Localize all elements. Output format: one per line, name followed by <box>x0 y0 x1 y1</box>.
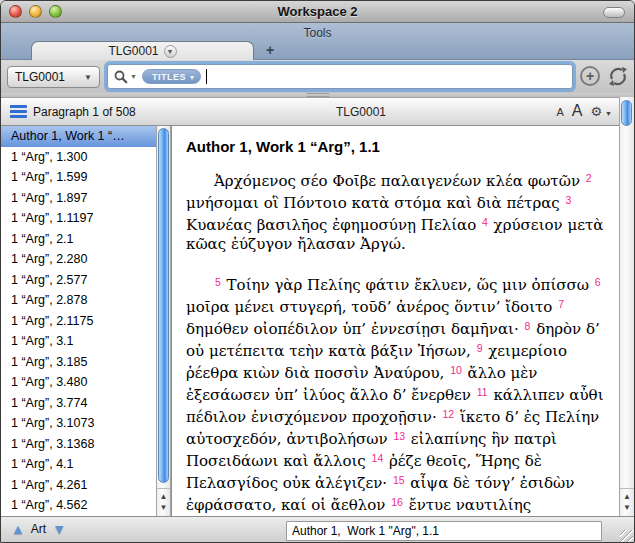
list-item[interactable]: 1 “Arg”, 2.577 <box>1 270 156 291</box>
line-number-superscript: 5 <box>214 276 222 288</box>
paragraph-list-icon[interactable] <box>10 105 27 120</box>
list-item[interactable]: 1 “Arg”, 4.1 <box>1 454 156 475</box>
token-chevron-icon: ▼ <box>189 74 196 81</box>
content-scrollbar[interactable]: ▲ ▼ <box>619 97 634 516</box>
content-scroll-down-icon[interactable]: ▼ <box>623 504 631 512</box>
gear-icon[interactable]: ⚙ <box>590 104 602 119</box>
titles-scope-label: TITLES <box>152 72 186 82</box>
chevron-down-icon: ▼ <box>84 73 92 82</box>
greek-text: Ἀρχόμενος σέο Φοῖβε παλαιγενέων κλέα φωτ… <box>186 169 608 516</box>
content-scrollbar-thumb[interactable] <box>621 100 632 126</box>
content-scroll-up-icon[interactable]: ▲ <box>623 493 631 501</box>
sidebar-scrollbar-thumb[interactable] <box>158 128 169 483</box>
greek-paragraph: 5 Τοίην γὰρ Πελίης φάτιν ἔκλυεν, ὥς μιν … <box>186 273 608 516</box>
list-item[interactable]: 1 “Arg”, 1.300 <box>1 147 156 168</box>
tools-label[interactable]: Tools <box>1 26 634 40</box>
toolbar-toggle-button[interactable] <box>603 7 625 18</box>
status-bar: ▲ Art ▼ <box>1 516 634 543</box>
passage-heading: Author 1, Work 1 “Arg”, 1.1 <box>186 138 608 155</box>
sidebar-scroll-up-icon[interactable]: ▲ <box>160 493 168 501</box>
titles-scope-token[interactable]: TITLES ▼ <box>142 69 201 84</box>
add-search-tab-button[interactable]: + <box>580 66 600 86</box>
list-item[interactable]: Author 1, Work 1 “… <box>1 126 156 147</box>
line-number-superscript: 3 <box>565 194 573 206</box>
search-toolbar: TLG0001 ▼ ▼ TITLES ▼ + <box>1 60 634 93</box>
resize-grip-icon[interactable] <box>620 530 633 543</box>
app-window: Workspace 2 Tools TLG0001 ▼ + TLG0001 ▼ … <box>0 0 635 543</box>
nav-up-triangle-icon[interactable]: ▲ <box>11 522 25 536</box>
pane-title: TLG0001 <box>171 105 551 119</box>
line-number-superscript: 16 <box>390 496 404 508</box>
list-item[interactable]: 1 “Arg”, 1.599 <box>1 167 156 188</box>
line-number-superscript: 11 <box>476 386 489 398</box>
line-number-superscript: 15 <box>392 474 406 486</box>
line-number-superscript: 8 <box>524 320 532 332</box>
line-number-superscript: 7 <box>557 298 565 310</box>
greek-paragraph: Ἀρχόμενος σέο Φοῖβε παλαιγενέων κλέα φωτ… <box>186 169 608 254</box>
list-item[interactable]: 1 “Arg”, 2.1 <box>1 229 156 250</box>
nav-down-triangle-icon[interactable]: ▼ <box>52 522 66 536</box>
tab-label: TLG0001 <box>108 44 158 58</box>
list-item[interactable]: 1 “Arg”, 3.1368 <box>1 434 156 455</box>
text-cursor <box>206 69 207 84</box>
line-number-superscript: 14 <box>371 452 385 464</box>
line-number-superscript: 4 <box>481 216 489 228</box>
text-content-pane: Author 1, Work 1 “Arg”, 1.1 Ἀρχόμενος σέ… <box>171 126 621 516</box>
corpus-dropdown-label: TLG0001 <box>15 70 65 84</box>
new-tab-button[interactable]: + <box>261 43 279 59</box>
list-item[interactable]: 1 “Arg”, 3.480 <box>1 372 156 393</box>
line-number-superscript: 2 <box>585 172 593 184</box>
list-item[interactable]: 1 “Arg”, 3.1 <box>1 331 156 352</box>
window-title: Workspace 2 <box>1 4 634 19</box>
browser-header-bar: Paragraph 1 of 508 TLG0001 A A ⚙ ▼ <box>1 97 634 126</box>
sidebar-scrollbar[interactable]: ▲ ▼ <box>156 126 171 516</box>
paragraph-status: Paragraph 1 of 508 <box>33 105 136 119</box>
tools-toolbar: Tools TLG0001 ▼ + <box>1 23 634 60</box>
increase-font-button[interactable]: A <box>572 102 583 120</box>
tab-tlg0001[interactable]: TLG0001 ▼ <box>31 41 254 60</box>
decrease-font-button[interactable]: A <box>556 106 563 118</box>
line-number-superscript: 10 <box>449 364 463 376</box>
list-item[interactable]: 1 “Arg”, 3.774 <box>1 393 156 414</box>
sidebar-scroll-down-icon[interactable]: ▼ <box>160 504 168 512</box>
list-item[interactable]: 1 “Arg”, 1.897 <box>1 188 156 209</box>
search-field[interactable]: ▼ TITLES ▼ <box>107 64 573 89</box>
line-number-superscript: 13 <box>392 430 406 442</box>
nav-label: Art <box>31 522 46 536</box>
corpus-dropdown[interactable]: TLG0001 ▼ <box>7 66 100 88</box>
list-item[interactable]: 1 “Arg”, 2.280 <box>1 249 156 270</box>
search-input[interactable] <box>212 70 566 84</box>
list-item[interactable]: 1 “Arg”, 3.185 <box>1 352 156 373</box>
list-item[interactable]: 1 “Arg”, 1.1197 <box>1 208 156 229</box>
line-number-superscript: 12 <box>442 408 456 420</box>
gear-chevron-icon: ▼ <box>605 110 612 117</box>
title-bar[interactable]: Workspace 2 <box>1 1 634 23</box>
list-item[interactable]: 1 “Arg”, 2.1175 <box>1 311 156 332</box>
tab-menu-icon[interactable]: ▼ <box>164 45 177 58</box>
search-icon[interactable]: ▼ <box>114 70 137 84</box>
cycle-arrows-icon[interactable] <box>605 64 631 89</box>
sidebar-list: Author 1, Work 1 “…1 “Arg”, 1.3001 “Arg”… <box>1 126 156 516</box>
line-number-superscript: 6 <box>594 276 602 288</box>
list-item[interactable]: 1 “Arg”, 3.1073 <box>1 413 156 434</box>
line-number-superscript: 9 <box>476 342 484 354</box>
list-item[interactable]: 1 “Arg”, 4.562 <box>1 495 156 516</box>
list-item[interactable]: 1 “Arg”, 2.878 <box>1 290 156 311</box>
citation-input[interactable] <box>286 521 602 541</box>
list-item[interactable]: 1 “Arg”, 4.261 <box>1 475 156 496</box>
search-scope-chevron-icon: ▼ <box>130 73 137 80</box>
